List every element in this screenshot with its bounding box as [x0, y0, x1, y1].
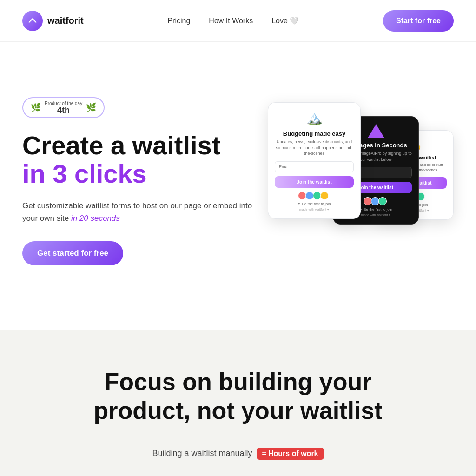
avatar-4	[320, 192, 329, 200]
nav-links: Pricing How It Works Love 🤍	[167, 16, 299, 25]
hero-description: Get customizable waitlist forms to host …	[22, 199, 255, 225]
badge-right-leaf: 🌿	[86, 102, 96, 112]
dark-avatar-2	[371, 197, 379, 205]
card-main-join-button[interactable]: Join the waitlist	[275, 176, 354, 188]
nav-start-button[interactable]: Start for free	[383, 10, 454, 32]
hero-left: 🌿 Product of the day 4th 🌿 Create a wait…	[22, 97, 255, 266]
bottom-subtitle-pre: Building a waitlist manually	[152, 449, 252, 458]
card-main-desc: Updates, news, exclusive discounts, and …	[275, 139, 354, 157]
nav-link-how-it-works[interactable]: How It Works	[209, 17, 253, 25]
hero-cta-button[interactable]: Get started for free	[22, 241, 123, 265]
hero-title-line1: Create a waitlist	[22, 131, 255, 160]
bottom-subtitle: Building a waitlist manually = Hours of …	[22, 448, 454, 460]
card-main-first: ✦ Be the first to join	[275, 202, 354, 206]
card-main-first-text: ✦	[298, 202, 302, 206]
hours-badge: = Hours of work	[257, 448, 324, 460]
logo[interactable]: waitforit	[22, 11, 84, 31]
dark-avatar-1	[364, 197, 372, 205]
nav-link-pricing[interactable]: Pricing	[167, 17, 190, 25]
hero-section: 🌿 Product of the day 4th 🌿 Create a wait…	[0, 42, 476, 330]
hero-mockup-area: 🏔️ Budgeting made easy Updates, news, ex…	[268, 102, 454, 260]
logo-text: waitforit	[47, 15, 84, 26]
navbar: waitforit Pricing How It Works Love 🤍 St…	[0, 0, 476, 42]
badge-rank: 4th	[45, 106, 82, 114]
hero-desc-link[interactable]: in 20 seconds	[71, 214, 120, 223]
card-main-badge: made with waitforit ♥	[275, 208, 354, 211]
product-badge: 🌿 Product of the day 4th 🌿	[22, 97, 105, 118]
badge-text-block: Product of the day 4th	[45, 101, 82, 114]
card-main-avatars	[275, 192, 354, 200]
logo-icon	[22, 11, 43, 31]
bottom-section: Focus on building your product, not your…	[0, 330, 476, 476]
bottom-title: Focus on building your product, not your…	[64, 367, 412, 425]
card-dark-triangle	[368, 124, 384, 138]
nav-link-love[interactable]: Love 🤍	[271, 16, 299, 25]
card-main-title: Budgeting made easy	[275, 130, 354, 137]
card-main-email-input[interactable]	[275, 161, 354, 172]
hours-badge-text: Hours of work	[268, 450, 318, 458]
card-main-icon: 🏔️	[275, 110, 354, 126]
hours-badge-equals: =	[262, 450, 266, 458]
hero-title-line2: in 3 clicks	[22, 159, 255, 188]
dark-avatar-3	[378, 197, 387, 205]
card-main-icon-emoji: 🏔️	[306, 111, 323, 125]
mockup-card-main: 🏔️ Budgeting made easy Updates, news, ex…	[268, 102, 361, 219]
badge-left-leaf: 🌿	[31, 102, 41, 112]
hero-desc-main: Get customizable waitlist forms to host …	[22, 201, 252, 223]
